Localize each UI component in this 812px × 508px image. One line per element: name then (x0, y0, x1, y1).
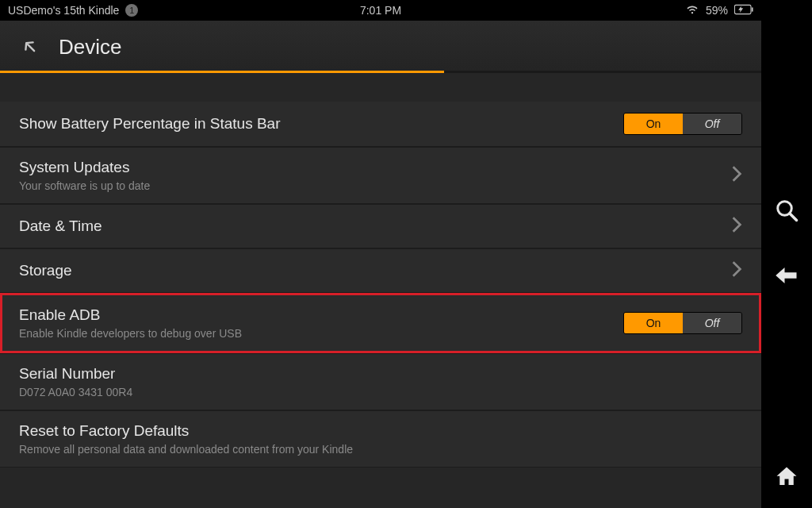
row-label: Reset to Factory Defaults (19, 422, 742, 440)
back-arrow-icon[interactable] (775, 264, 799, 291)
home-icon[interactable] (775, 465, 799, 492)
row-label: Serial Number (19, 365, 742, 383)
row-serial-number: Serial Number D072 A0A0 3431 00R4 (0, 353, 761, 410)
settings-list: Show Battery Percentage in Status Bar On… (0, 102, 761, 468)
row-enable-adb: Enable ADB Enable Kindle developers to d… (0, 293, 761, 353)
row-label: Storage (19, 262, 718, 279)
svg-rect-0 (734, 5, 751, 13)
toggle-enable-adb[interactable]: On Off (623, 312, 742, 334)
status-bar: USDemo's 15th Kindle 1 7:01 PM 59% (0, 0, 761, 21)
row-sublabel: Your software is up to date (19, 179, 718, 192)
row-label: Date & Time (19, 217, 718, 235)
row-storage[interactable]: Storage (0, 248, 761, 293)
serial-value: D072 A0A0 3431 00R4 (19, 386, 742, 398)
row-label: Enable ADB (19, 306, 611, 324)
back-icon[interactable] (19, 36, 40, 60)
wifi-icon (685, 4, 699, 17)
nav-rail (761, 0, 812, 508)
row-label: System Updates (19, 159, 718, 176)
clock: 7:01 PM (360, 4, 401, 17)
notification-badge[interactable]: 1 (125, 4, 138, 17)
toggle-on[interactable]: On (624, 114, 683, 134)
toggle-on[interactable]: On (624, 313, 683, 333)
toggle-off[interactable]: Off (683, 114, 741, 134)
toggle-battery-percentage[interactable]: On Off (623, 113, 742, 135)
toggle-off[interactable]: Off (683, 313, 741, 333)
row-factory-reset[interactable]: Reset to Factory Defaults Remove all per… (0, 410, 761, 468)
chevron-right-icon (731, 216, 742, 237)
row-sublabel: Remove all personal data and downloaded … (19, 443, 742, 456)
battery-percent: 59% (706, 4, 728, 17)
row-battery-percentage: Show Battery Percentage in Status Bar On… (0, 102, 761, 147)
chevron-right-icon (731, 260, 742, 281)
row-date-time[interactable]: Date & Time (0, 204, 761, 248)
chevron-right-icon (731, 165, 742, 186)
page-header: Device (0, 21, 761, 71)
page-title: Device (59, 35, 121, 60)
row-sublabel: Enable Kindle developers to debug over U… (19, 327, 611, 340)
row-system-updates[interactable]: System Updates Your software is up to da… (0, 147, 761, 204)
svg-line-4 (790, 214, 797, 221)
svg-marker-2 (738, 6, 743, 13)
device-name: USDemo's 15th Kindle (8, 4, 119, 17)
search-icon[interactable] (775, 198, 799, 225)
battery-icon (734, 4, 753, 17)
row-label: Show Battery Percentage in Status Bar (19, 115, 611, 133)
svg-rect-1 (752, 7, 753, 11)
